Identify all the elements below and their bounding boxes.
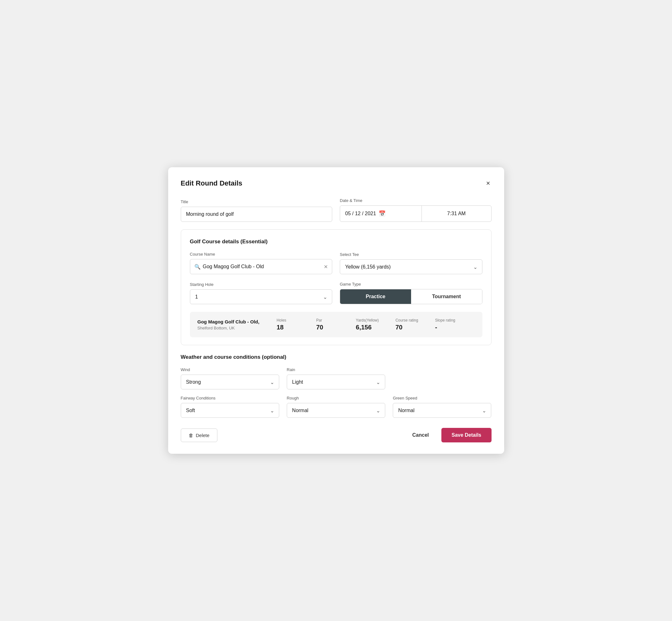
course-info-location: Shelford Bottom, UK — [198, 326, 277, 330]
delete-button[interactable]: 🗑 Delete — [181, 428, 217, 442]
golf-course-section: Golf Course details (Essential) Course N… — [181, 230, 492, 345]
edit-round-modal: Edit Round Details × Title Date & Time 0… — [168, 167, 504, 454]
yards-stat: Yards(Yellow) 6,156 — [356, 318, 395, 331]
green-speed-label: Green Speed — [393, 396, 491, 401]
fairway-rough-green-row: Fairway Conditions HardNormalSoftWet ⌄ R… — [181, 396, 492, 418]
clear-course-icon[interactable]: ✕ — [324, 264, 328, 270]
select-tee-input[interactable]: Yellow (6,156 yards) White Red Blue — [340, 259, 482, 274]
title-datetime-row: Title Date & Time 05 / 12 / 2021 📅 7:31 … — [181, 198, 492, 222]
date-value: 05 / 12 / 2021 — [345, 211, 376, 216]
slope-rating-stat: Slope rating - — [435, 318, 475, 331]
wind-rain-row: Wind CalmLightModerate StrongVery Strong… — [181, 367, 492, 389]
par-value: 70 — [316, 324, 323, 331]
rough-select-wrapper: ShortNormalLongVery Long ⌄ — [287, 403, 385, 418]
select-tee-wrapper: Yellow (6,156 yards) White Red Blue ⌄ — [340, 259, 482, 274]
course-rating-label: Course rating — [395, 318, 418, 323]
par-stat: Par 70 — [316, 318, 356, 331]
rain-select-wrapper: NoneLightModerateHeavy ⌄ — [287, 375, 385, 389]
game-type-group: Game Type Practice Tournament — [340, 282, 482, 304]
slope-rating-label: Slope rating — [435, 318, 455, 323]
holes-label: Holes — [277, 318, 287, 323]
course-name-label: Course Name — [190, 252, 333, 256]
course-rating-stat: Course rating 70 — [395, 318, 435, 331]
practice-button[interactable]: Practice — [340, 289, 411, 304]
slope-rating-value: - — [435, 324, 437, 331]
wind-select-wrapper: CalmLightModerate StrongVery Strong ⌄ — [181, 375, 279, 389]
starting-hole-input[interactable]: 1234 5678 910 — [190, 289, 333, 304]
delete-label: Delete — [196, 432, 209, 438]
course-info-card: Gog Magog Golf Club - Old, Shelford Bott… — [190, 312, 482, 337]
weather-section: Weather and course conditions (optional)… — [181, 354, 492, 418]
fairway-select[interactable]: HardNormalSoftWet — [181, 403, 279, 418]
starting-hole-game-type-row: Starting Hole 1234 5678 910 ⌄ Game Type … — [190, 282, 482, 304]
footer-right: Cancel Save Details — [407, 428, 492, 443]
starting-hole-wrapper: 1234 5678 910 ⌄ — [190, 289, 333, 304]
time-value: 7:31 AM — [447, 211, 466, 216]
yards-value: 6,156 — [356, 324, 372, 331]
green-speed-select-wrapper: SlowNormalFastVery Fast ⌄ — [393, 403, 491, 418]
wind-group: Wind CalmLightModerate StrongVery Strong… — [181, 367, 279, 389]
fairway-select-wrapper: HardNormalSoftWet ⌄ — [181, 403, 279, 418]
modal-header: Edit Round Details × — [181, 178, 492, 188]
green-speed-select[interactable]: SlowNormalFastVery Fast — [393, 403, 491, 418]
rough-label: Rough — [287, 396, 385, 401]
select-tee-group: Select Tee Yellow (6,156 yards) White Re… — [340, 252, 482, 274]
select-tee-label: Select Tee — [340, 252, 482, 257]
green-speed-group: Green Speed SlowNormalFastVery Fast ⌄ — [393, 396, 491, 418]
title-input[interactable] — [181, 207, 333, 222]
course-info-name: Gog Magog Golf Club - Old, Shelford Bott… — [198, 319, 277, 330]
game-type-label: Game Type — [340, 282, 482, 287]
course-rating-value: 70 — [395, 324, 402, 331]
calendar-icon: 📅 — [379, 210, 385, 217]
wind-label: Wind — [181, 367, 279, 372]
par-label: Par — [316, 318, 322, 323]
footer-row: 🗑 Delete Cancel Save Details — [181, 428, 492, 443]
fairway-label: Fairway Conditions — [181, 396, 279, 401]
course-info-name-text: Gog Magog Golf Club - Old, — [198, 319, 277, 324]
spacer — [393, 367, 491, 389]
fairway-group: Fairway Conditions HardNormalSoftWet ⌄ — [181, 396, 279, 418]
title-field-group: Title — [181, 199, 333, 222]
starting-hole-label: Starting Hole — [190, 282, 333, 287]
golf-section-title: Golf Course details (Essential) — [190, 239, 482, 245]
holes-stat: Holes 18 — [277, 318, 317, 331]
close-button[interactable]: × — [485, 178, 492, 188]
holes-value: 18 — [277, 324, 284, 331]
course-name-wrapper: 🔍 ✕ — [190, 259, 333, 274]
course-name-input[interactable] — [190, 259, 333, 274]
date-field[interactable]: 05 / 12 / 2021 📅 — [340, 206, 422, 221]
time-field[interactable]: 7:31 AM — [422, 206, 491, 221]
date-time-input-group: 05 / 12 / 2021 📅 7:31 AM — [340, 205, 492, 222]
search-icon: 🔍 — [194, 264, 201, 270]
datetime-field-group: Date & Time 05 / 12 / 2021 📅 7:31 AM — [340, 198, 492, 222]
rough-select[interactable]: ShortNormalLongVery Long — [287, 403, 385, 418]
starting-hole-group: Starting Hole 1234 5678 910 ⌄ — [190, 282, 333, 304]
trash-icon: 🗑 — [189, 432, 194, 438]
rain-group: Rain NoneLightModerateHeavy ⌄ — [287, 367, 385, 389]
rain-select[interactable]: NoneLightModerateHeavy — [287, 375, 385, 389]
wind-select[interactable]: CalmLightModerate StrongVery Strong — [181, 375, 279, 389]
rain-label: Rain — [287, 367, 385, 372]
course-tee-row: Course Name 🔍 ✕ Select Tee Yellow (6,156… — [190, 252, 482, 274]
yards-label: Yards(Yellow) — [356, 318, 379, 323]
game-type-toggle: Practice Tournament — [340, 289, 482, 304]
rough-group: Rough ShortNormalLongVery Long ⌄ — [287, 396, 385, 418]
title-label: Title — [181, 199, 333, 204]
cancel-button[interactable]: Cancel — [407, 428, 434, 442]
course-name-group: Course Name 🔍 ✕ — [190, 252, 333, 274]
tournament-button[interactable]: Tournament — [411, 289, 482, 304]
datetime-label: Date & Time — [340, 198, 492, 203]
save-button[interactable]: Save Details — [442, 428, 491, 443]
modal-title: Edit Round Details — [181, 179, 243, 188]
weather-section-title: Weather and course conditions (optional) — [181, 354, 492, 360]
